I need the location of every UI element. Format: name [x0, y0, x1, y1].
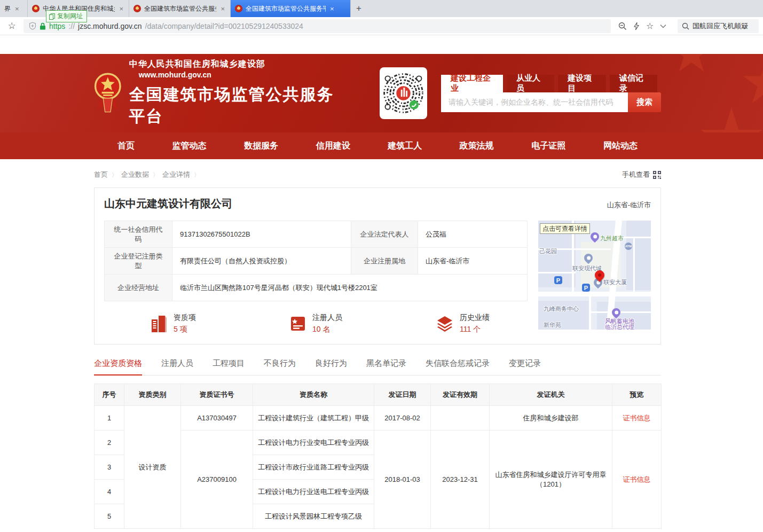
parking-icon: P [554, 276, 562, 284]
new-tab-button[interactable]: + [351, 0, 367, 17]
authority-line-2: （1201） [494, 480, 608, 489]
building-icon [150, 314, 168, 333]
table-row: 1 设计资质 A137030497 工程设计建筑行业（建筑工程）甲级 2017-… [95, 406, 662, 431]
nav-item-workers[interactable]: 建筑工人 [388, 140, 422, 152]
tab-close-icon[interactable]: × [219, 5, 226, 13]
tab-registered-personnel[interactable]: 注册人员 [161, 358, 193, 375]
atm-icon: ATM [625, 242, 632, 250]
nav-item-data-service[interactable]: 数据服务 [244, 140, 278, 152]
breadcrumb-company-data[interactable]: 企业数据 [121, 170, 149, 179]
nav-item-home[interactable]: 首页 [117, 140, 135, 152]
tab-title: 全国建筑市场监管公共服务平台 [144, 4, 216, 13]
nav-item-policy[interactable]: 政策法规 [460, 140, 494, 152]
col-header-authority: 发证机关 [490, 384, 612, 406]
legal-rep-label: 企业法定代表人 [351, 221, 418, 248]
map-label-supermarket: 九州超市 [600, 234, 624, 242]
map-label-lian-an-tower: 联安大厦 [603, 278, 627, 286]
map-tooltip: 点击可查看详情 [540, 223, 590, 234]
nav-item-credit[interactable]: 信用建设 [316, 140, 350, 152]
favorites-star-icon[interactable]: ☆ [646, 21, 654, 31]
id-book-icon [289, 315, 307, 333]
reg-region-value: 山东省-临沂市 [418, 248, 528, 275]
ministry-name: 中华人民共和国住房和城乡建设部 [129, 59, 265, 68]
search-category-tabs: 建设工程企业 从业人员 建设项目 诚信记录 [441, 75, 661, 92]
cell-qual-name: 工程设计建筑行业（建筑工程）甲级 [253, 406, 374, 431]
address-value: 临沂市兰山区陶然路107号星河晶都（联安）现代城1号楼2201室 [172, 275, 528, 301]
nav-item-supervision[interactable]: 监管动态 [172, 140, 207, 152]
search-tab-credit[interactable]: 诚信记录 [610, 75, 657, 92]
certificate-info-link[interactable]: 证书信息 [623, 475, 651, 483]
certificate-info-link[interactable]: 证书信息 [623, 414, 651, 422]
col-header-category: 资质类别 [124, 384, 181, 406]
reg-type-label: 企业登记注册类型 [105, 248, 172, 275]
cell-no: 3 [95, 455, 124, 480]
copy-url-label: 复制网址 [57, 12, 83, 21]
site-branding: 中华人民共和国住房和城乡建设部 www.mohurd.gov.cn 全国建筑市场… [129, 59, 350, 128]
cell-qual-name: 工程设计风景园林工程专项乙级 [253, 504, 374, 529]
stat-label: 资质项 [174, 313, 196, 323]
parking-icon: P [582, 284, 590, 292]
stat-qualifications: 资质项 5 项 [150, 313, 196, 334]
tab-change-records[interactable]: 变更记录 [509, 358, 541, 375]
browser-tab-jzsc[interactable]: 全国建筑市场监管公共服务平台 × [129, 0, 231, 17]
shield-plus-icon[interactable] [29, 22, 36, 30]
nav-item-license[interactable]: 电子证照 [531, 140, 565, 152]
tab-close-icon[interactable]: × [14, 5, 20, 13]
page-top-gap [0, 35, 763, 54]
cell-issue-date: 2018-01-03 [374, 431, 431, 529]
table-header-row: 序号 资质类别 资质证书号 资质名称 发证日期 发证有效期 发证机关 预览 [95, 384, 662, 406]
nav-item-site-news[interactable]: 网站动态 [603, 140, 638, 152]
lightning-icon[interactable] [633, 22, 640, 30]
company-location-map[interactable]: 点击可查看详情 九州超市 ATM 己花园 联安现代城 联安大厦 P P 九峰商务… [538, 221, 651, 330]
address-bar[interactable]: https://jzsc.mohurd.gov.cn/data/company/… [23, 19, 611, 33]
reg-type-value: 有限责任公司（自然人投资或控股） [172, 248, 351, 275]
search-icon [682, 22, 689, 30]
col-header-valid-until: 发证有效期 [431, 384, 490, 406]
mobile-view-link[interactable]: 手机查看 [622, 170, 661, 179]
tab-close-icon[interactable]: × [329, 5, 335, 13]
keyword-search-input[interactable] [441, 92, 628, 112]
copy-url-tooltip: 复制网址 [46, 10, 87, 22]
url-path: /data/company/detail?id=0021052912405330… [145, 22, 303, 30]
company-info-block: 统一社会信用代码 91371302675501022B 企业法定代表人 公茂福 … [104, 221, 528, 334]
cell-qual-name: 工程设计电力行业变电工程专业丙级 [253, 431, 374, 455]
miniprogram-qr-icon [381, 71, 426, 116]
browser-tab-partial[interactable]: 界 × [0, 0, 28, 17]
tab-good-behavior[interactable]: 良好行为 [315, 358, 347, 375]
search-tab-enterprise[interactable]: 建设工程企业 [441, 75, 503, 92]
zoom-out-icon[interactable] [618, 22, 627, 30]
breadcrumb-company-detail[interactable]: 企业详情 [162, 170, 190, 179]
url-host: jzsc.mohurd.gov.cn [78, 22, 142, 30]
stat-label: 历史业绩 [460, 313, 490, 323]
search-tab-project[interactable]: 建设项目 [558, 75, 605, 92]
company-detail-tabs: 企业资质资格 注册人员 工程项目 不良行为 良好行为 黑名单记录 失信联合惩戒记… [94, 358, 661, 375]
chevron-down-icon[interactable] [660, 24, 666, 28]
tab-bad-behavior[interactable]: 不良行为 [264, 358, 296, 375]
search-button[interactable]: 搜索 [628, 92, 661, 112]
tab-blacklist[interactable]: 黑名单记录 [366, 358, 406, 375]
tab-projects[interactable]: 工程项目 [213, 358, 245, 375]
company-detail-card: 山东中元建筑设计有限公司 山东省-临沂市 统一社会信用代码 9137130267… [94, 187, 661, 345]
browser-tab-active[interactable]: 全国建筑市场监管公共服务平台 × [231, 0, 351, 17]
copy-icon [49, 13, 55, 20]
col-header-name: 资质名称 [253, 384, 374, 406]
cell-cert-no: A237009100 [181, 431, 253, 529]
cell-no: 2 [95, 431, 124, 455]
breadcrumb-separator: 〉 [112, 171, 117, 179]
cell-no: 1 [95, 406, 124, 431]
search-tab-personnel[interactable]: 从业人员 [507, 75, 554, 92]
col-header-preview: 预览 [612, 384, 662, 406]
cell-qual-name: 工程设计市政行业道路工程专业丙级 [253, 455, 374, 480]
secure-lock-icon [40, 22, 46, 30]
stat-label: 注册人员 [312, 313, 342, 323]
platform-title: 全国建筑市场监管公共服务平台 [129, 84, 350, 128]
breadcrumb-home[interactable]: 首页 [94, 170, 108, 179]
tab-close-icon[interactable]: × [118, 5, 124, 13]
bookmark-star-icon[interactable]: ☆ [4, 20, 19, 32]
cell-no: 5 [95, 504, 124, 529]
mobile-view-label: 手机查看 [622, 170, 650, 179]
quick-search-box[interactable]: 国航回应飞机颠簸 [678, 19, 759, 33]
tab-qualifications[interactable]: 企业资质资格 [94, 358, 142, 375]
tab-dishonesty-records[interactable]: 失信联合惩戒记录 [426, 358, 490, 375]
map-label-battery-2: 临沂总代理 [605, 323, 634, 330]
